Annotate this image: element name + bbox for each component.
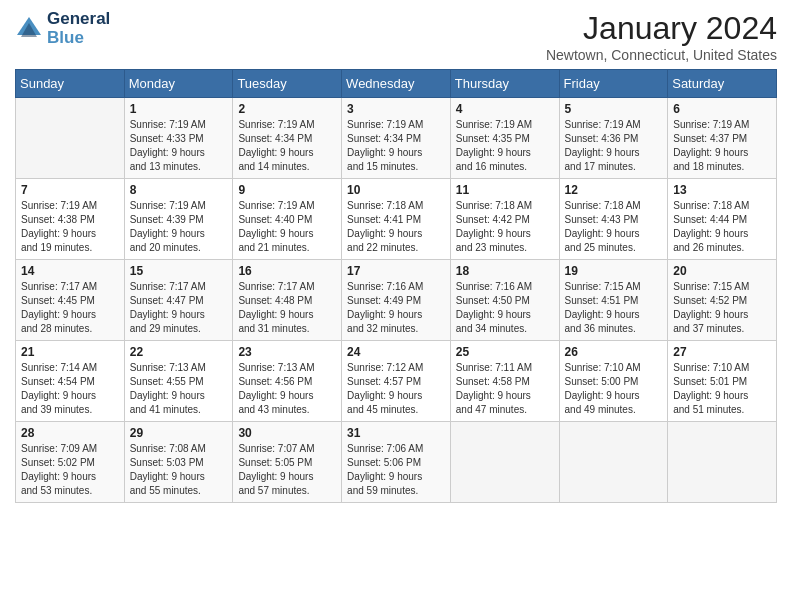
logo-line2: Blue: [47, 29, 110, 48]
calendar-cell: [16, 98, 125, 179]
day-number: 4: [456, 102, 554, 116]
day-number: 28: [21, 426, 119, 440]
day-number: 2: [238, 102, 336, 116]
calendar-cell: 13Sunrise: 7:18 AM Sunset: 4:44 PM Dayli…: [668, 179, 777, 260]
day-number: 5: [565, 102, 663, 116]
calendar-cell: 18Sunrise: 7:16 AM Sunset: 4:50 PM Dayli…: [450, 260, 559, 341]
calendar-cell: 21Sunrise: 7:14 AM Sunset: 4:54 PM Dayli…: [16, 341, 125, 422]
day-detail: Sunrise: 7:18 AM Sunset: 4:44 PM Dayligh…: [673, 199, 771, 255]
day-detail: Sunrise: 7:19 AM Sunset: 4:34 PM Dayligh…: [238, 118, 336, 174]
calendar-week-2: 14Sunrise: 7:17 AM Sunset: 4:45 PM Dayli…: [16, 260, 777, 341]
day-number: 19: [565, 264, 663, 278]
logo-icon: [15, 15, 43, 43]
day-detail: Sunrise: 7:19 AM Sunset: 4:40 PM Dayligh…: [238, 199, 336, 255]
calendar-cell: 8Sunrise: 7:19 AM Sunset: 4:39 PM Daylig…: [124, 179, 233, 260]
day-detail: Sunrise: 7:15 AM Sunset: 4:52 PM Dayligh…: [673, 280, 771, 336]
calendar-cell: 10Sunrise: 7:18 AM Sunset: 4:41 PM Dayli…: [342, 179, 451, 260]
calendar-cell: 4Sunrise: 7:19 AM Sunset: 4:35 PM Daylig…: [450, 98, 559, 179]
calendar-header-row: SundayMondayTuesdayWednesdayThursdayFrid…: [16, 70, 777, 98]
calendar-cell: 2Sunrise: 7:19 AM Sunset: 4:34 PM Daylig…: [233, 98, 342, 179]
day-header-sunday: Sunday: [16, 70, 125, 98]
calendar-cell: [450, 422, 559, 503]
day-number: 18: [456, 264, 554, 278]
day-detail: Sunrise: 7:19 AM Sunset: 4:37 PM Dayligh…: [673, 118, 771, 174]
day-detail: Sunrise: 7:17 AM Sunset: 4:47 PM Dayligh…: [130, 280, 228, 336]
calendar-cell: 1Sunrise: 7:19 AM Sunset: 4:33 PM Daylig…: [124, 98, 233, 179]
day-header-friday: Friday: [559, 70, 668, 98]
logo: General Blue: [15, 10, 110, 47]
calendar-week-3: 21Sunrise: 7:14 AM Sunset: 4:54 PM Dayli…: [16, 341, 777, 422]
title-block: January 2024 Newtown, Connecticut, Unite…: [546, 10, 777, 63]
day-number: 6: [673, 102, 771, 116]
day-detail: Sunrise: 7:19 AM Sunset: 4:36 PM Dayligh…: [565, 118, 663, 174]
day-number: 21: [21, 345, 119, 359]
calendar-cell: 3Sunrise: 7:19 AM Sunset: 4:34 PM Daylig…: [342, 98, 451, 179]
day-number: 9: [238, 183, 336, 197]
day-detail: Sunrise: 7:19 AM Sunset: 4:39 PM Dayligh…: [130, 199, 228, 255]
calendar-cell: 19Sunrise: 7:15 AM Sunset: 4:51 PM Dayli…: [559, 260, 668, 341]
day-number: 24: [347, 345, 445, 359]
day-detail: Sunrise: 7:19 AM Sunset: 4:38 PM Dayligh…: [21, 199, 119, 255]
day-detail: Sunrise: 7:19 AM Sunset: 4:34 PM Dayligh…: [347, 118, 445, 174]
day-number: 14: [21, 264, 119, 278]
page-header: General Blue January 2024 Newtown, Conne…: [15, 10, 777, 63]
calendar-cell: 27Sunrise: 7:10 AM Sunset: 5:01 PM Dayli…: [668, 341, 777, 422]
day-number: 26: [565, 345, 663, 359]
day-detail: Sunrise: 7:09 AM Sunset: 5:02 PM Dayligh…: [21, 442, 119, 498]
day-number: 1: [130, 102, 228, 116]
day-number: 29: [130, 426, 228, 440]
day-header-wednesday: Wednesday: [342, 70, 451, 98]
day-detail: Sunrise: 7:08 AM Sunset: 5:03 PM Dayligh…: [130, 442, 228, 498]
day-detail: Sunrise: 7:19 AM Sunset: 4:33 PM Dayligh…: [130, 118, 228, 174]
calendar-cell: [668, 422, 777, 503]
calendar-cell: 14Sunrise: 7:17 AM Sunset: 4:45 PM Dayli…: [16, 260, 125, 341]
day-detail: Sunrise: 7:15 AM Sunset: 4:51 PM Dayligh…: [565, 280, 663, 336]
day-detail: Sunrise: 7:13 AM Sunset: 4:56 PM Dayligh…: [238, 361, 336, 417]
day-number: 10: [347, 183, 445, 197]
calendar-cell: 23Sunrise: 7:13 AM Sunset: 4:56 PM Dayli…: [233, 341, 342, 422]
day-detail: Sunrise: 7:16 AM Sunset: 4:50 PM Dayligh…: [456, 280, 554, 336]
calendar-cell: 29Sunrise: 7:08 AM Sunset: 5:03 PM Dayli…: [124, 422, 233, 503]
calendar-cell: 17Sunrise: 7:16 AM Sunset: 4:49 PM Dayli…: [342, 260, 451, 341]
calendar-week-0: 1Sunrise: 7:19 AM Sunset: 4:33 PM Daylig…: [16, 98, 777, 179]
calendar-week-1: 7Sunrise: 7:19 AM Sunset: 4:38 PM Daylig…: [16, 179, 777, 260]
day-detail: Sunrise: 7:13 AM Sunset: 4:55 PM Dayligh…: [130, 361, 228, 417]
day-number: 23: [238, 345, 336, 359]
day-number: 15: [130, 264, 228, 278]
day-detail: Sunrise: 7:16 AM Sunset: 4:49 PM Dayligh…: [347, 280, 445, 336]
day-header-saturday: Saturday: [668, 70, 777, 98]
day-number: 11: [456, 183, 554, 197]
day-number: 8: [130, 183, 228, 197]
day-header-monday: Monday: [124, 70, 233, 98]
calendar-cell: 16Sunrise: 7:17 AM Sunset: 4:48 PM Dayli…: [233, 260, 342, 341]
calendar-table: SundayMondayTuesdayWednesdayThursdayFrid…: [15, 69, 777, 503]
day-detail: Sunrise: 7:12 AM Sunset: 4:57 PM Dayligh…: [347, 361, 445, 417]
day-detail: Sunrise: 7:11 AM Sunset: 4:58 PM Dayligh…: [456, 361, 554, 417]
day-number: 12: [565, 183, 663, 197]
day-detail: Sunrise: 7:10 AM Sunset: 5:00 PM Dayligh…: [565, 361, 663, 417]
day-detail: Sunrise: 7:18 AM Sunset: 4:43 PM Dayligh…: [565, 199, 663, 255]
day-detail: Sunrise: 7:07 AM Sunset: 5:05 PM Dayligh…: [238, 442, 336, 498]
calendar-cell: 20Sunrise: 7:15 AM Sunset: 4:52 PM Dayli…: [668, 260, 777, 341]
day-detail: Sunrise: 7:17 AM Sunset: 4:48 PM Dayligh…: [238, 280, 336, 336]
day-detail: Sunrise: 7:18 AM Sunset: 4:41 PM Dayligh…: [347, 199, 445, 255]
day-header-thursday: Thursday: [450, 70, 559, 98]
day-number: 17: [347, 264, 445, 278]
calendar-cell: 11Sunrise: 7:18 AM Sunset: 4:42 PM Dayli…: [450, 179, 559, 260]
calendar-cell: 9Sunrise: 7:19 AM Sunset: 4:40 PM Daylig…: [233, 179, 342, 260]
calendar-cell: 30Sunrise: 7:07 AM Sunset: 5:05 PM Dayli…: [233, 422, 342, 503]
calendar-cell: 28Sunrise: 7:09 AM Sunset: 5:02 PM Dayli…: [16, 422, 125, 503]
calendar-cell: 22Sunrise: 7:13 AM Sunset: 4:55 PM Dayli…: [124, 341, 233, 422]
calendar-cell: 12Sunrise: 7:18 AM Sunset: 4:43 PM Dayli…: [559, 179, 668, 260]
calendar-week-4: 28Sunrise: 7:09 AM Sunset: 5:02 PM Dayli…: [16, 422, 777, 503]
calendar-cell: 26Sunrise: 7:10 AM Sunset: 5:00 PM Dayli…: [559, 341, 668, 422]
calendar-cell: [559, 422, 668, 503]
day-number: 13: [673, 183, 771, 197]
day-detail: Sunrise: 7:19 AM Sunset: 4:35 PM Dayligh…: [456, 118, 554, 174]
day-header-tuesday: Tuesday: [233, 70, 342, 98]
day-number: 7: [21, 183, 119, 197]
logo-line1: General: [47, 10, 110, 29]
day-number: 31: [347, 426, 445, 440]
day-detail: Sunrise: 7:10 AM Sunset: 5:01 PM Dayligh…: [673, 361, 771, 417]
day-number: 25: [456, 345, 554, 359]
